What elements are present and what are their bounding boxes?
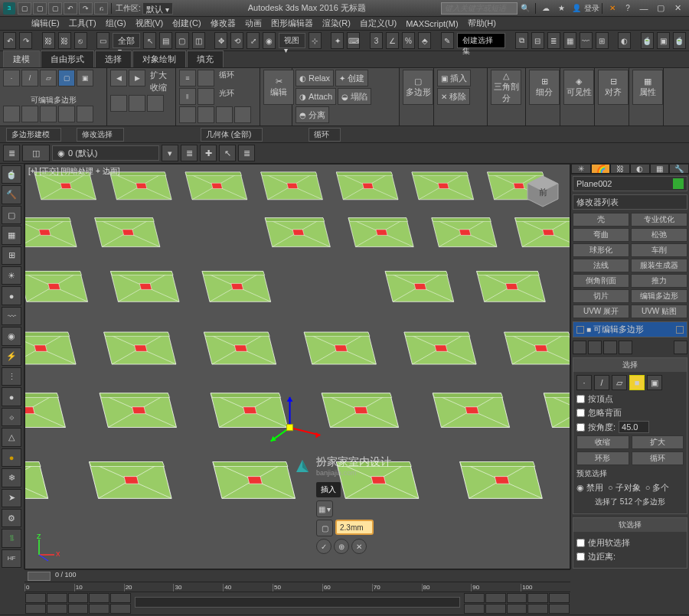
collapse-button[interactable]: ◒ 塌陷 [338,88,371,105]
move-button[interactable]: ✥ [214,32,227,49]
menu-graph[interactable]: 图形编辑器 [266,18,318,29]
props-button[interactable]: ▦属性 [632,70,663,105]
select-button[interactable]: ▭ [96,32,109,49]
lt-display-icon[interactable]: ▢ [2,206,21,224]
workspace-dropdown[interactable]: 默认 ▾ [142,2,173,15]
menu-edit[interactable]: 编辑(E) [27,18,64,29]
mod-spherify[interactable]: 球形化 [573,243,629,257]
nb1[interactable] [25,593,46,603]
so-border-icon[interactable]: ▱ [612,375,627,390]
so-vertex-icon[interactable]: · [576,375,592,390]
lt-hammer-icon[interactable]: 🔨 [2,185,21,204]
save-icon[interactable]: ▢ [48,2,62,15]
radio-off[interactable]: ◉ 禁用 [576,482,603,494]
ring-label[interactable]: 光环 [219,88,234,105]
mod-garment[interactable]: 服装生成器 [631,259,687,272]
cloud-icon[interactable]: ☁ [540,2,552,15]
redo-button[interactable]: ↷ [19,32,32,49]
rb-loop-icon[interactable]: ≡ [179,70,196,86]
nb8[interactable] [68,604,89,614]
chk-edgedist[interactable] [576,552,585,561]
stack-show-icon[interactable] [588,341,602,354]
rb-m4[interactable] [234,106,251,123]
render-frame-button[interactable]: ▣ [657,32,670,49]
time-slider[interactable]: 0 / 100 [24,569,570,582]
rb-x2[interactable] [129,95,145,112]
rollout-selection-header[interactable]: 选择 [573,358,687,372]
tab-modeling[interactable]: 建模 [3,51,40,67]
rb-a[interactable] [3,106,20,122]
nr5[interactable] [549,593,570,603]
placement-button[interactable]: ◉ [263,32,276,49]
select-name-button[interactable]: ▤ [159,32,172,49]
tab-utilities-icon[interactable]: 🔧 [669,164,689,174]
lt-gear-icon[interactable]: ⚙ [2,509,21,527]
nb7[interactable] [47,604,67,614]
layer-btn6[interactable]: ↖ [219,145,236,161]
time-slider-thumb[interactable] [28,572,51,581]
tab-motion-icon[interactable]: ◐ [630,164,650,174]
viewport[interactable]: [+] [正交] [明暗处理 + 边面] 前 xz [24,164,570,569]
radio-multi[interactable]: ○ 多个 [645,482,670,494]
pivot-button[interactable]: ⊹ [309,32,322,49]
lt-bolt-icon[interactable]: ⚡ [2,347,21,366]
nr1[interactable] [464,593,485,603]
scale-button[interactable]: ⤢ [247,32,260,49]
nr2[interactable] [485,593,506,603]
bind-button[interactable]: ⎋ [74,32,87,49]
tab-create-icon[interactable]: ✳ [571,164,591,174]
mod-uvwmap[interactable]: UVW 贴图 [631,305,687,318]
lt-arrows-icon[interactable]: ⟐ [2,408,21,426]
mod-shell[interactable]: 壳 [573,213,629,227]
nr10[interactable] [549,604,570,614]
stack-pin-icon[interactable] [573,341,586,354]
nb9[interactable] [89,604,109,614]
rb-element[interactable]: ▣ [77,70,93,86]
lt-snow-icon[interactable]: ❄ [2,468,21,487]
lt-cone-icon[interactable]: △ [2,428,21,446]
so-edge-icon[interactable]: / [594,375,609,390]
menu-modifiers[interactable]: 修改器 [206,18,240,29]
lt-sphere1-icon[interactable]: ● [2,286,21,305]
link-button[interactable]: ⛓ [42,32,55,49]
rb-d[interactable] [58,106,75,122]
modifier-stack[interactable]: ■ 可编辑多边形 [573,321,687,337]
sub-polymodel[interactable]: 多边形建模 [6,128,61,142]
rb-b[interactable] [21,106,38,122]
app-logo-icon[interactable]: 3 [3,2,15,15]
nb6[interactable] [25,604,46,614]
rb-x3[interactable] [147,95,164,112]
lt-sun-icon[interactable]: ☀ [2,266,21,285]
menu-help[interactable]: 帮助(H) [463,18,501,29]
layers-button[interactable]: ≣ [547,32,560,49]
caddy-ok-button[interactable]: ✓ [316,539,331,554]
close-button[interactable]: ✕ [670,2,685,15]
rb-e[interactable] [77,106,93,122]
search-icon[interactable]: 🔍 [519,2,531,15]
nb5[interactable] [110,593,131,603]
layer-btn1[interactable]: ≣ [3,145,20,161]
menu-group[interactable]: 组(G) [101,18,131,29]
toggle-ribbon-button[interactable]: ▦ [563,32,576,49]
remove-button[interactable]: ✕ 移除 [437,88,470,105]
visibility-button[interactable]: ◈可见性 [563,70,594,105]
undo-button[interactable]: ↶ [3,32,16,49]
shrink-label[interactable]: 收缩 [150,82,167,93]
menu-animation[interactable]: 动画 [240,18,266,29]
percent-snap-button[interactable]: % [402,32,415,49]
layer-btn3[interactable]: ▾ [162,145,178,161]
so-polygon-icon[interactable]: ■ [629,375,645,390]
menu-maxscript[interactable]: MAXScript(M) [401,19,462,28]
nb2[interactable] [47,593,67,603]
tab-paint[interactable]: 对象绘制 [132,51,186,67]
edit-button[interactable]: ✂编辑 [263,70,294,105]
mod-relax[interactable]: 松弛 [631,228,687,242]
mod-normal[interactable]: 法线 [573,259,629,272]
editset-button[interactable]: ✎ [441,32,454,49]
lt-hf-icon[interactable]: HF [2,549,21,568]
help-search-input[interactable] [441,2,518,15]
redo-icon[interactable]: ↷ [79,2,93,15]
render-button[interactable]: 🍵 [673,32,686,49]
selection-set-dropdown[interactable]: 创建选择集 [457,33,506,48]
mod-lathe[interactable]: 车削 [631,243,687,257]
